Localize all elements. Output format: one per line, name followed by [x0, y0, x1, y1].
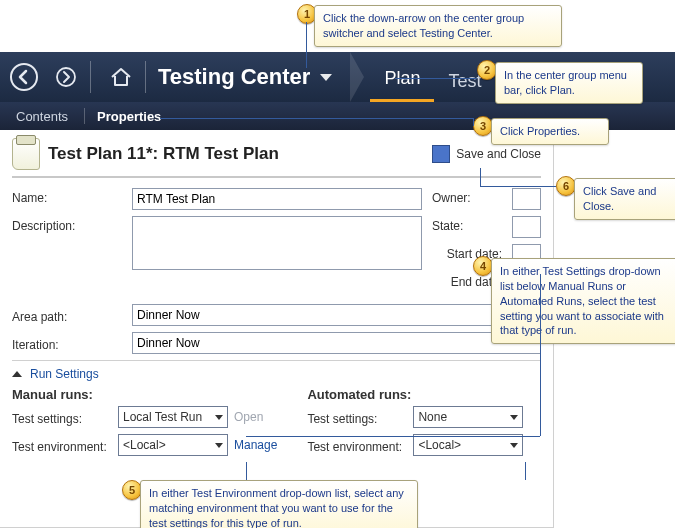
manual-env-value: <Local> — [123, 438, 166, 452]
subtab-properties[interactable]: Properties — [91, 106, 167, 127]
badge-6: 6 — [556, 176, 576, 196]
area-path-field[interactable] — [132, 304, 541, 326]
panel-title: Test Plan 11*: RTM Test Plan — [48, 144, 432, 164]
state-field[interactable] — [512, 216, 541, 238]
manual-env-dropdown[interactable]: <Local> — [118, 434, 228, 456]
subtab-contents[interactable]: Contents — [10, 106, 74, 127]
back-button[interactable] — [6, 59, 42, 95]
svg-point-1 — [57, 68, 75, 86]
manual-manage-link[interactable]: Manage — [234, 438, 277, 452]
chevron-down-icon — [510, 415, 518, 420]
state-label: State: — [432, 216, 502, 233]
leader-6a — [480, 168, 481, 186]
leader-1 — [306, 22, 307, 68]
owner-field[interactable] — [512, 188, 541, 210]
leader-5b — [525, 462, 526, 480]
callout-3: Click Properties. — [491, 118, 609, 145]
save-and-close-button[interactable]: Save and Close — [432, 145, 541, 163]
auto-env-value: <Local> — [418, 438, 461, 452]
svg-point-0 — [11, 64, 37, 90]
app-title: Testing Center — [158, 64, 310, 90]
automated-runs-column: Automated runs: Test settings: None Test… — [307, 387, 541, 462]
chevron-down-icon — [320, 74, 332, 81]
automated-runs-title: Automated runs: — [307, 387, 541, 402]
leader-6b — [480, 186, 556, 187]
auto-settings-label: Test settings: — [307, 409, 407, 426]
iteration-label: Iteration: — [12, 335, 122, 352]
callout-5: In either Test Environment drop-down lis… — [140, 480, 418, 528]
form-lower: Area path: Iteration: Run Settings Manua… — [12, 304, 541, 462]
iteration-field[interactable] — [132, 332, 541, 354]
leader-4b — [246, 436, 540, 437]
badge-5: 5 — [122, 480, 142, 500]
badge-3: 3 — [473, 116, 493, 136]
callout-4: In either Test Settings drop-down list b… — [491, 258, 675, 344]
manual-settings-dropdown[interactable]: Local Test Run — [118, 406, 228, 428]
manual-env-label: Test environment: — [12, 437, 112, 454]
callout-6: Click Save and Close. — [574, 178, 675, 220]
runs-grid: Manual runs: Test settings: Local Test R… — [12, 387, 541, 462]
tab-plan[interactable]: Plan — [370, 60, 434, 102]
chevron-down-icon — [215, 415, 223, 420]
callout-2: In the center group menu bar, click Plan… — [495, 62, 643, 104]
run-settings-title: Run Settings — [30, 367, 99, 381]
center-group-menu: Plan Test — [370, 52, 495, 102]
manual-open-link: Open — [234, 410, 277, 424]
badge-2: 2 — [477, 60, 497, 80]
description-field[interactable] — [132, 216, 422, 270]
center-group-switcher[interactable]: Testing Center — [158, 64, 346, 90]
manual-runs-column: Manual runs: Test settings: Local Test R… — [12, 387, 277, 462]
test-plan-icon — [12, 138, 40, 170]
leader-5a — [246, 462, 247, 480]
title-chevron-separator — [350, 52, 364, 102]
auto-env-dropdown[interactable]: <Local> — [413, 434, 523, 456]
manual-settings-label: Test settings: — [12, 409, 112, 426]
name-label: Name: — [12, 188, 122, 205]
panel-header: Test Plan 11*: RTM Test Plan Save and Cl… — [12, 138, 541, 178]
save-icon — [432, 145, 450, 163]
subtab-divider — [84, 108, 85, 124]
chevron-up-icon — [12, 371, 22, 377]
owner-label: Owner: — [432, 188, 502, 205]
name-field[interactable] — [132, 188, 422, 210]
form-top-grid: Name: Owner: Description: State: Start d… — [12, 188, 541, 294]
badge-4: 4 — [473, 256, 493, 276]
chevron-down-icon — [215, 443, 223, 448]
leader-4a — [540, 274, 541, 436]
properties-panel: Test Plan 11*: RTM Test Plan Save and Cl… — [0, 130, 554, 528]
auto-settings-dropdown[interactable]: None — [413, 406, 523, 428]
leader-3a — [160, 118, 473, 119]
callout-1: Click the down-arrow on the center group… — [314, 5, 562, 47]
forward-button[interactable] — [48, 59, 84, 95]
nav-divider — [90, 61, 91, 93]
chevron-down-icon — [510, 443, 518, 448]
home-button[interactable] — [103, 59, 139, 95]
manual-settings-value: Local Test Run — [123, 410, 202, 424]
manual-runs-title: Manual runs: — [12, 387, 277, 402]
nav-divider-2 — [145, 61, 146, 93]
leader-2 — [395, 78, 477, 79]
area-path-label: Area path: — [12, 307, 122, 324]
leader-3b — [473, 118, 474, 126]
save-close-label: Save and Close — [456, 147, 541, 161]
description-label: Description: — [12, 216, 122, 233]
run-settings-toggle[interactable]: Run Settings — [12, 360, 541, 381]
auto-env-label: Test environment: — [307, 437, 407, 454]
auto-settings-value: None — [418, 410, 447, 424]
